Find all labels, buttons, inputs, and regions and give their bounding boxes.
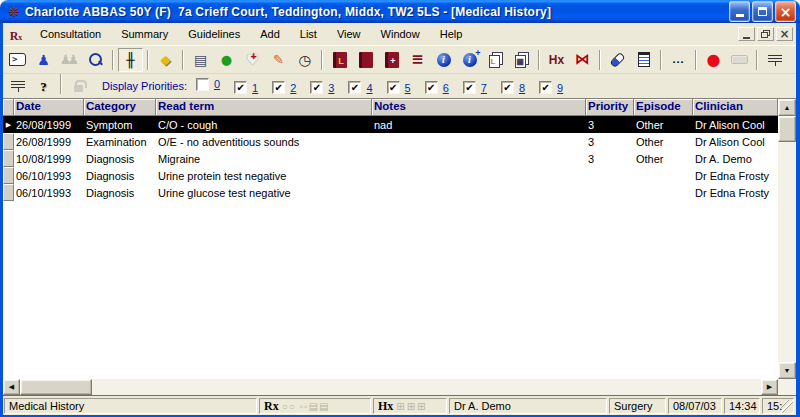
mdi-minimize-button[interactable]: [738, 27, 755, 41]
patient-group-icon[interactable]: ♟♟: [57, 48, 82, 72]
app-icon[interactable]: ❊: [5, 4, 21, 20]
priority-number-7[interactable]: 7: [481, 82, 487, 94]
priority-number-3[interactable]: 3: [328, 82, 334, 94]
priority-number-6[interactable]: 6: [443, 82, 449, 94]
priority-checkbox-7[interactable]: ✔: [463, 81, 476, 94]
list-icon[interactable]: ≡: [405, 48, 430, 72]
horizontal-scrollbar[interactable]: [3, 379, 778, 395]
cell-date: 10/08/1999: [14, 153, 84, 165]
column-header-category[interactable]: Category: [84, 99, 156, 116]
priority-checkbox-3[interactable]: ✔: [310, 81, 323, 94]
info-icon[interactable]: i: [431, 48, 456, 72]
menu-item-summary[interactable]: Summary: [111, 26, 178, 42]
vertical-scroll-track[interactable]: [778, 142, 796, 362]
xray-bowtie-icon[interactable]: ⋈: [570, 48, 595, 72]
pages-grid-icon[interactable]: ▦: [509, 48, 534, 72]
close-button[interactable]: [775, 1, 796, 22]
horizontal-scroll-track[interactable]: [92, 379, 761, 395]
priority-number-5[interactable]: 5: [405, 82, 411, 94]
book-icon[interactable]: [353, 48, 378, 72]
priority-checkbox-9[interactable]: ✔: [539, 81, 552, 94]
priority-number-2[interactable]: 2: [290, 82, 296, 94]
column-header-clinician[interactable]: Clinician: [693, 99, 778, 116]
carrot-icon[interactable]: ✎: [266, 48, 291, 72]
priority-number-0[interactable]: 0: [214, 78, 220, 90]
priority-checkbox-0[interactable]: [196, 78, 209, 91]
priority-checkbox-8[interactable]: ✔: [501, 81, 514, 94]
cell-clinician: Dr Alison Cool: [693, 136, 778, 148]
row-selector[interactable]: [3, 133, 14, 150]
heart-cross-icon[interactable]: ♥: [240, 48, 265, 72]
scroll-up-button[interactable]: [778, 99, 796, 116]
scroll-right-button[interactable]: [761, 379, 778, 395]
priority-number-9[interactable]: 9: [557, 82, 563, 94]
group-summary-icon[interactable]: [5, 74, 30, 98]
cell-clinician: Dr A. Demo: [693, 153, 778, 165]
priority-number-8[interactable]: 8: [519, 82, 525, 94]
row-selector[interactable]: [3, 184, 14, 201]
table-row[interactable]: ▶26/08/1999SymptomC/O - coughnad3OtherDr…: [3, 116, 778, 133]
resize-grip[interactable]: [780, 400, 793, 413]
help-pointer-icon[interactable]: ?: [31, 74, 56, 98]
stopwatch-icon[interactable]: ◷: [292, 48, 317, 72]
menu-item-add[interactable]: Add: [250, 26, 290, 42]
row-selector[interactable]: [3, 167, 14, 184]
find-patient-icon[interactable]: [83, 48, 108, 72]
info-add-icon[interactable]: i: [457, 48, 482, 72]
library-icon[interactable]: L: [327, 48, 352, 72]
column-header-notes[interactable]: Notes: [372, 99, 586, 116]
toolbar-separator: [147, 50, 149, 70]
horizontal-scroll-thumb[interactable]: [20, 379, 92, 395]
menu-item-guidelines[interactable]: Guidelines: [178, 26, 250, 42]
row-selector[interactable]: ▶: [3, 116, 14, 133]
book-add-icon[interactable]: +: [379, 48, 404, 72]
menu-item-window[interactable]: Window: [371, 26, 430, 42]
priority-checkbox-6[interactable]: ✔: [425, 81, 438, 94]
scroll-down-button[interactable]: [778, 362, 796, 379]
menu-item-list[interactable]: List: [290, 26, 327, 42]
mdi-restore-button[interactable]: [757, 27, 774, 41]
minimize-button[interactable]: [729, 1, 750, 22]
priority-checkbox-5[interactable]: ✔: [387, 81, 400, 94]
table-row[interactable]: 26/08/1999ExaminationO/E - no adventitio…: [3, 133, 778, 150]
priority-checkbox-1[interactable]: ✔: [234, 81, 247, 94]
priority-number-4[interactable]: 4: [366, 82, 372, 94]
select-patient-icon[interactable]: ♟: [31, 48, 56, 72]
menu-item-consultation[interactable]: Consultation: [30, 26, 111, 42]
table-row[interactable]: 06/10/1993DiagnosisUrine glucose test ne…: [3, 184, 778, 201]
priority-number-1[interactable]: 1: [252, 82, 258, 94]
priority-note-icon[interactable]: ◆: [153, 48, 178, 72]
maximize-button[interactable]: [752, 1, 773, 22]
column-header-episode[interactable]: Episode: [634, 99, 693, 116]
column-header-read-term[interactable]: Read term: [156, 99, 372, 116]
priority-checkbox-2[interactable]: ✔: [272, 81, 285, 94]
consultation-chair-icon[interactable]: ╫: [118, 48, 143, 72]
column-header-date[interactable]: Date: [14, 99, 84, 116]
apple-icon[interactable]: ●: [214, 48, 239, 72]
table-row[interactable]: 06/10/1993DiagnosisUrine protein test ne…: [3, 167, 778, 184]
column-header-priority[interactable]: Priority: [586, 99, 634, 116]
scroll-left-button[interactable]: [3, 379, 20, 395]
menu-item-help[interactable]: Help: [430, 26, 473, 42]
vertical-scroll-thumb[interactable]: [778, 116, 796, 142]
mdi-close-button[interactable]: [776, 27, 793, 41]
hx-icon[interactable]: Hx: [544, 48, 569, 72]
title-bar[interactable]: ❊ Charlotte ABBAS 50Y (F) 7a Crieff Cour…: [0, 0, 800, 23]
row-selector[interactable]: [3, 150, 14, 167]
table-row[interactable]: 10/08/1999DiagnosisMigraine3OtherDr A. D…: [3, 150, 778, 167]
pages-l-icon[interactable]: L: [483, 48, 508, 72]
vertical-scrollbar[interactable]: [778, 99, 796, 379]
priority-checkbox-4[interactable]: ✔: [348, 81, 361, 94]
record-icon[interactable]: ●: [701, 48, 726, 72]
ellipsis-icon[interactable]: ...: [666, 48, 691, 72]
group-summary-icon[interactable]: [762, 48, 787, 72]
lock-icon[interactable]: [66, 74, 91, 98]
menu-item-view[interactable]: View: [327, 26, 371, 42]
prescription-pen-icon[interactable]: [605, 48, 630, 72]
keyboard-icon[interactable]: [727, 48, 752, 72]
toolbar-separator: [756, 50, 758, 70]
notepad-icon[interactable]: [631, 48, 656, 72]
consultation-script-icon[interactable]: >: [5, 48, 30, 72]
system-menu-rx-icon[interactable]: [6, 26, 26, 42]
journal-icon[interactable]: ▤: [188, 48, 213, 72]
